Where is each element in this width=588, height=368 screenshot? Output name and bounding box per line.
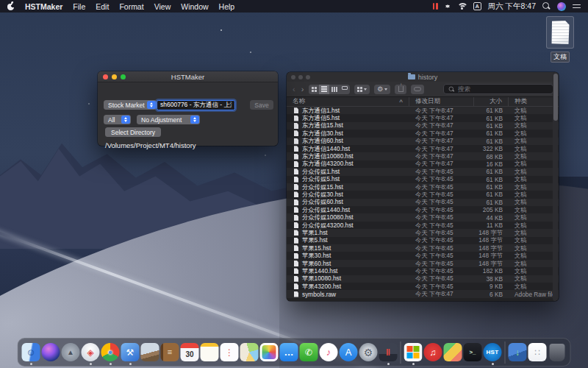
downloads-stack-dock-item[interactable]: ↓ <box>508 339 528 366</box>
range-popup[interactable]: All <box>104 115 131 124</box>
app-store-dock-item[interactable]: A <box>339 339 359 366</box>
popup-stepper-icon <box>147 101 156 109</box>
table-row[interactable]: 分众传媒60.hst 今天 下午8:45 61 KB 文稿 <box>287 199 559 206</box>
table-row[interactable]: 分众传媒30.hst 今天 下午8:45 61 KB 文稿 <box>287 191 559 198</box>
maps-dock-item[interactable] <box>240 339 259 366</box>
table-row[interactable]: 苹果60.hst 今天 下午8:45 148 字节 文稿 <box>287 260 559 267</box>
scrollbar[interactable] <box>553 72 558 301</box>
menu-item-file[interactable]: File <box>73 2 85 11</box>
finder-titlebar[interactable]: history <box>287 72 559 82</box>
file-name: 分众传媒10080.hst <box>302 213 354 221</box>
table-row[interactable]: 东方通信1440.hst 今天 下午8:47 322 KB 文稿 <box>287 145 559 152</box>
input-source-icon[interactable]: A <box>473 2 481 10</box>
table-row[interactable]: 苹果30.hst 今天 下午8:45 148 字节 文稿 <box>287 252 559 259</box>
table-row[interactable]: 分众传媒5.hst 今天 下午8:45 61 KB 文稿 <box>287 176 559 183</box>
select-directory-button[interactable]: Select Directory <box>105 127 161 137</box>
xcode-dock-item[interactable]: ⚒ <box>121 339 140 366</box>
scrollbar-thumb[interactable] <box>553 74 558 121</box>
table-row[interactable]: 分众传媒15.hst 今天 下午8:45 61 KB 文稿 <box>287 183 559 191</box>
calendar-dock-item[interactable]: 30 <box>180 339 200 366</box>
column-header-name[interactable]: 名称 ^ <box>287 97 409 106</box>
chrome-dock-item[interactable]: ● <box>101 339 121 366</box>
spotlight-icon[interactable] <box>542 2 551 10</box>
parallels-windows-dock-item[interactable] <box>404 339 423 366</box>
contacts-dock-item[interactable]: ≡ <box>160 339 180 366</box>
table-row[interactable]: 东方通信60.hst 今天 下午8:47 61 KB 文稿 <box>287 138 559 145</box>
menu-item-format[interactable]: Format <box>119 2 143 11</box>
table-row[interactable]: 苹果15.hst 今天 下午8:45 148 字节 文稿 <box>287 244 559 252</box>
wifi-icon[interactable] <box>457 3 467 10</box>
save-button[interactable]: Save <box>250 100 273 110</box>
trash-dock-item[interactable] <box>548 339 567 366</box>
group-by-button[interactable] <box>354 85 370 94</box>
share-button[interactable] <box>395 85 406 94</box>
recording-status-icon[interactable] <box>433 3 438 10</box>
column-view-button[interactable] <box>329 85 340 94</box>
itunes-dock-item[interactable]: ♪ <box>319 339 339 366</box>
hstmaker-titlebar[interactable]: HSTMaker <box>98 71 278 82</box>
search-field[interactable] <box>443 84 553 94</box>
table-row[interactable]: 分众传媒1440.hst 今天 下午8:45 205 KB 文稿 <box>287 206 559 213</box>
menu-item-window[interactable]: Window <box>181 2 208 11</box>
back-button[interactable]: ‹ <box>292 85 296 93</box>
hstmaker-body: Stock Market Save All No Adjustment Sele… <box>98 82 278 145</box>
table-row[interactable]: 苹果1440.hst 今天 下午8:45 182 KB 文稿 <box>287 267 559 275</box>
table-row[interactable]: 东方通信1.hst 今天 下午8:47 61 KB 文稿 <box>287 107 559 114</box>
terminal-dock-item[interactable]: >_ <box>463 339 483 366</box>
search-input[interactable] <box>458 85 549 93</box>
color-cards-dock-item[interactable] <box>443 339 463 366</box>
tag-button[interactable] <box>411 85 424 94</box>
market-popup[interactable]: Stock Market <box>104 100 157 110</box>
table-row[interactable]: 分众传媒1.hst 今天 下午8:45 61 KB 文稿 <box>287 168 559 175</box>
document-icon <box>294 191 298 197</box>
safari-dock-item[interactable]: ◈ <box>81 339 101 366</box>
reminders-dock-item[interactable]: ⋮ <box>220 339 240 366</box>
messages-dock-item[interactable]: … <box>279 339 299 366</box>
table-row[interactable]: 东方通信10080.hst 今天 下午8:47 68 KB 文稿 <box>287 152 559 160</box>
system-preferences-dock-item[interactable]: ⚙ <box>359 339 379 366</box>
table-row[interactable]: 苹果43200.hst 今天 下午8:45 9 KB 文稿 <box>287 283 559 290</box>
symbol-input[interactable] <box>157 100 235 110</box>
updown-arrows-icon[interactable] <box>445 2 451 10</box>
running-indicator <box>110 363 112 365</box>
siri-icon[interactable] <box>557 2 566 11</box>
apple-menu-icon[interactable] <box>7 2 15 10</box>
table-row[interactable]: 苹果1.hst 今天 下午8:45 148 字节 文稿 <box>287 229 559 236</box>
table-row[interactable]: 东方通信15.hst 今天 下午8:47 61 KB 文稿 <box>287 122 559 130</box>
notification-center-icon[interactable] <box>573 4 581 9</box>
table-row[interactable]: 东方通信43200.hst 今天 下午8:47 16 KB 文稿 <box>287 160 559 168</box>
column-header-size[interactable]: 大小 <box>474 97 509 106</box>
action-gear-button[interactable]: ⚙ <box>374 85 390 94</box>
table-row[interactable]: symbols.raw 今天 下午8:47 6 KB Adobe Raw fil… <box>287 290 559 297</box>
menu-clock[interactable]: 周六 下午8:47 <box>488 1 536 12</box>
hstmaker-app-dock-item[interactable]: HST <box>483 339 503 366</box>
table-row[interactable]: 分众传媒10080.hst 今天 下午8:45 44 KB 文稿 <box>287 213 559 221</box>
netease-music-dock-item[interactable]: ♫ <box>423 339 443 366</box>
menu-item-help[interactable]: Help <box>219 2 235 11</box>
photos-dock-item[interactable] <box>259 339 279 366</box>
table-row[interactable]: 东方通信30.hst 今天 下午8:47 61 KB 文稿 <box>287 130 559 137</box>
notes-dock-item[interactable] <box>200 339 220 366</box>
column-header-kind[interactable]: 种类 <box>509 97 559 106</box>
apps-stack-dock-item[interactable]: ∷ <box>528 339 548 366</box>
menu-app-name[interactable]: HSTMaker <box>25 2 62 11</box>
forward-button[interactable]: › <box>301 85 305 93</box>
menu-item-view[interactable]: View <box>154 2 171 11</box>
facetime-dock-item[interactable]: ✆ <box>299 339 319 366</box>
table-row[interactable]: 分众传媒43200.hst 今天 下午8:45 11 KB 文稿 <box>287 222 559 229</box>
list-view-button[interactable] <box>319 85 329 94</box>
icon-view-button[interactable] <box>309 85 319 94</box>
siri-dock-item[interactable] <box>41 339 61 366</box>
table-row[interactable]: 东方通信5.hst 今天 下午8:47 61 KB 文稿 <box>287 114 559 121</box>
finder-dock-item[interactable]: ☺ <box>21 339 41 366</box>
gallery-view-button[interactable] <box>340 85 350 94</box>
desktop-file-icon[interactable]: 文稿 <box>544 16 576 63</box>
screen-recorder-dock-item[interactable]: ‖ <box>379 339 398 366</box>
launchpad-dock-item[interactable]: ▲ <box>61 339 81 366</box>
adjustment-popup[interactable]: No Adjustment <box>137 115 200 124</box>
table-row[interactable]: 苹果10080.hst 今天 下午8:45 38 KB 文稿 <box>287 275 559 283</box>
table-row[interactable]: 苹果5.hst 今天 下午8:45 148 字节 文稿 <box>287 237 559 244</box>
column-header-date[interactable]: 修改日期 <box>409 97 474 106</box>
menu-item-edit[interactable]: Edit <box>96 2 109 11</box>
preview-dock-item[interactable] <box>140 339 160 366</box>
